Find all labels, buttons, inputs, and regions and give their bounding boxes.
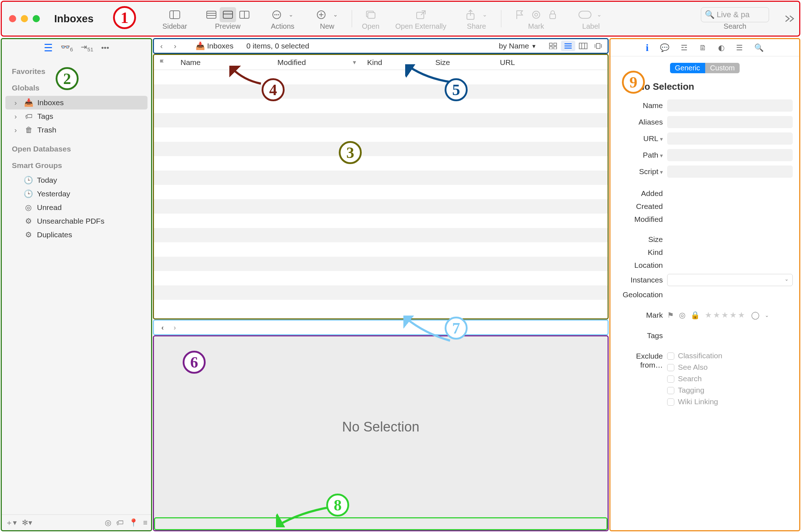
toolbar-mark-group: Mark [511,7,561,31]
col-name[interactable]: Name [175,58,272,67]
inspector-tab-annotations[interactable]: 💬 [660,43,669,52]
sidebar-item-unsearchable-pdfs[interactable]: ⚙ Unsearchable PDFs [5,214,147,228]
target-icon[interactable]: ◎ [105,518,111,527]
sidebar-tab-import[interactable]: ⇥51 [81,43,93,52]
doc-back-button[interactable]: ‹ [158,323,168,332]
sidebar-item-inboxes[interactable]: › 📥 Inboxes [5,96,147,109]
sidebar-tab-navigate[interactable]: ☰ [44,42,53,54]
label-path[interactable]: Path [617,151,667,159]
pin-icon[interactable]: 📍 [129,518,138,527]
sort-menu[interactable]: by Name ▼ [499,42,537,50]
sidebar-item-today[interactable]: 🕒 Today [5,173,147,187]
new-menu-button[interactable]: ⌄ [329,7,342,22]
search-field[interactable]: 🔍 Live & pa [701,7,769,22]
view-columns-button[interactable] [576,41,590,51]
toolbar-actions-group: ⌄ Actions [268,7,297,31]
zoom-window-button[interactable] [33,15,40,22]
doc-forward-button[interactable]: › [170,323,180,332]
section-favorites[interactable]: Favorites [12,67,145,76]
inspector-tab-content[interactable]: ☲ [681,43,688,52]
label-menu-button[interactable]: ⌄ [593,7,605,22]
unread-icon[interactable]: ◎ [679,311,685,319]
field-aliases[interactable] [667,116,793,128]
toggle-sidebar-button[interactable] [167,7,183,22]
checkbox-classification[interactable] [667,353,674,360]
close-window-button[interactable] [9,15,16,22]
tag-icon[interactable]: 🏷 [116,518,124,527]
label-script[interactable]: Script [617,167,667,176]
svg-rect-25 [579,11,591,18]
label-menu[interactable]: ⌄ [765,312,769,318]
field-name[interactable] [667,99,793,112]
sidebar-item-unread[interactable]: ◎ Unread [5,201,147,214]
minimize-window-button[interactable] [21,15,28,22]
unread-button[interactable] [528,7,544,22]
add-button[interactable]: ＋▾ [5,518,17,528]
actions-menu-button[interactable]: ⌄ [285,7,297,22]
inspector-tab-document[interactable]: 🗎 [699,43,707,52]
inspector-tab-search[interactable]: 🔍 [754,43,764,52]
toolbar-overflow-button[interactable] [784,14,795,23]
flag-button[interactable] [511,7,528,22]
field-url[interactable] [667,132,793,145]
new-button[interactable] [313,7,329,22]
preview-wide-button[interactable] [236,7,253,22]
checkbox-search[interactable] [667,375,674,383]
section-globals[interactable]: Globals [12,84,145,92]
label-url[interactable]: URL [617,134,667,143]
nav-back-button[interactable]: ‹ [156,42,167,50]
item-count: 0 items, 0 selected [247,42,309,50]
inspector-tab-concordance[interactable]: ◐ [718,43,725,52]
field-instances[interactable]: ⌄ [667,274,793,286]
actions-button[interactable] [268,7,285,22]
checkbox-tagging[interactable] [667,387,674,394]
sidebar: 2 ☰ 👓6 ⇥51 ••• Favorites Globals › 📥 Inb… [1,38,152,531]
sidebar-item-tags[interactable]: › 🏷 Tags [5,109,147,123]
col-modified[interactable]: Modified▼ [272,58,362,67]
action-gear-button[interactable]: ✻▾ [22,518,32,527]
sidebar-item-yesterday[interactable]: 🕒 Yesterday [5,187,147,201]
lock-icon[interactable]: 🔒 [690,311,700,319]
nav-forward-button[interactable]: › [170,42,181,50]
view-coverflow-button[interactable] [591,41,605,51]
segment-generic[interactable]: Generic [670,63,705,73]
view-icons-button[interactable] [546,41,560,51]
field-script[interactable] [667,165,793,178]
view-list-button[interactable] [561,41,575,51]
checkbox-seealso[interactable] [667,364,674,371]
flag-icon[interactable]: ⚑ [667,311,674,319]
chevron-right-icon[interactable]: › [14,126,20,134]
table-row [154,199,608,214]
checkbox-wikilinking[interactable] [667,398,674,406]
lock-button[interactable] [544,7,561,22]
col-flag[interactable] [154,59,175,66]
label-pill[interactable]: ◯ [751,311,760,319]
field-path[interactable] [667,149,793,161]
inspector-tab-seealso[interactable]: ☰ [736,43,743,52]
segment-custom[interactable]: Custom [705,63,740,73]
sidebar-tab-extras[interactable]: ••• [101,43,109,52]
sidebar-item-duplicates[interactable]: ⚙ Duplicates [5,228,147,242]
tag-bar[interactable] [154,517,608,530]
section-open-databases[interactable]: Open Databases [12,145,145,153]
rating-stars[interactable]: ★★★★★ [705,311,746,320]
share-button[interactable] [462,7,479,22]
preview-standard-button[interactable] [220,7,236,22]
preview-none-button[interactable] [203,7,220,22]
share-menu-button[interactable]: ⌄ [479,7,491,22]
columns-icon[interactable]: ≡ [143,518,147,527]
col-url[interactable]: URL [495,58,608,67]
open-externally-button[interactable] [413,7,429,22]
sidebar-item-trash[interactable]: › 🗑 Trash [5,123,147,137]
open-button[interactable] [362,7,379,22]
chevron-right-icon[interactable]: › [14,112,20,121]
breadcrumb[interactable]: 📥 Inboxes [196,42,234,50]
sidebar-tab-reading[interactable]: 👓6 [61,43,73,52]
toolbar-open-label: Open [362,22,380,31]
label-button[interactable] [577,7,593,22]
label-aliases: Aliases [617,118,667,126]
section-smart-groups[interactable]: Smart Groups [12,161,145,170]
chevron-down-icon: ▼ [531,43,537,49]
inspector-tab-info[interactable]: i [646,42,649,53]
chevron-right-icon[interactable]: › [14,98,20,107]
